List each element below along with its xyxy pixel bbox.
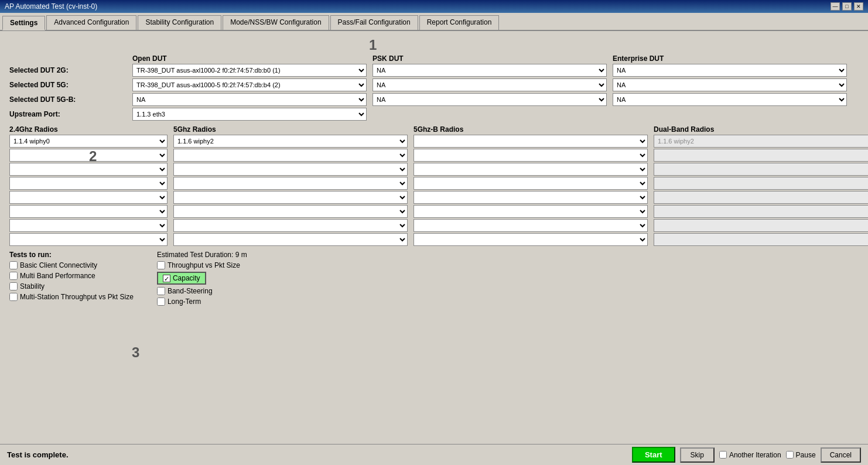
title-bar: AP Automated Test (cv-inst-0) — □ ✕: [0, 0, 868, 13]
radio-24-select-1[interactable]: 1.1.4 wiphy0: [9, 135, 168, 148]
test-multi-band-checkbox[interactable]: [9, 272, 18, 280]
test-basic-client-checkbox[interactable]: [9, 261, 18, 269]
radio-dual-select-6[interactable]: [654, 205, 868, 218]
tab-bar: Settings Advanced Configuration Stabilit…: [0, 13, 868, 31]
radio-dual-select-1[interactable]: 1.1.6 wiphy2: [654, 135, 868, 148]
radio-5b-select-1[interactable]: [414, 135, 648, 148]
psk-dut-2g-select[interactable]: NA: [373, 64, 607, 77]
open-dut-5gb-select[interactable]: NA: [132, 93, 367, 106]
maximize-button[interactable]: □: [842, 2, 852, 11]
main-content: 1 Open DUT PSK DUT Enterprise DUT Select…: [0, 31, 868, 312]
open-dut-2g-select[interactable]: TR-398_DUT asus-axl1000-2 f0:2f:74:57:db…: [132, 64, 367, 77]
test-throughput-label: Throughput vs Pkt Size: [168, 261, 240, 269]
radio-dual-select-4[interactable]: [654, 177, 868, 190]
test-long-term-checkbox[interactable]: [157, 298, 165, 306]
radio-5-select-7[interactable]: [173, 219, 408, 232]
radio-5-select-6[interactable]: [173, 205, 408, 218]
pause-label[interactable]: Pause: [786, 451, 816, 459]
status-text: Test is complete.: [7, 450, 627, 459]
open-dut-5g-select[interactable]: TR-398_DUT asus-axl1000-5 f0:2f:74:57:db…: [132, 78, 367, 91]
estimated-duration: Estimated Test Duration: 9 m: [157, 251, 247, 259]
another-iteration-label[interactable]: Another Iteration: [719, 451, 781, 459]
capacity-button[interactable]: ✓ Capacity: [157, 272, 206, 285]
another-iteration-checkbox[interactable]: [719, 451, 727, 459]
upstream-select[interactable]: 1.1.3 eth3: [132, 108, 367, 121]
test-stability-checkbox[interactable]: [9, 282, 18, 290]
radio-24-select-4[interactable]: [9, 177, 168, 190]
radio-5b-select-8[interactable]: [414, 233, 648, 246]
dut-empty-header: [9, 54, 127, 63]
capacity-label: Capacity: [173, 274, 200, 282]
radio-dual-select-7[interactable]: [654, 219, 868, 232]
test-long-term[interactable]: Long-Term: [157, 298, 247, 306]
psk-dut-5g-select[interactable]: NA: [373, 78, 607, 91]
upstream-row: Upstream Port: 1.1.3 eth3: [9, 108, 859, 121]
dut-5gb-label: Selected DUT 5G-B:: [9, 95, 127, 104]
radio-24-header: 2.4Ghz Radios: [9, 125, 168, 134]
radio-24-select-6[interactable]: [9, 205, 168, 218]
start-button[interactable]: Start: [632, 447, 675, 463]
dut-row-5g: Selected DUT 5G: TR-398_DUT asus-axl1000…: [9, 78, 859, 91]
test-band-steering-label: Band-Steering: [168, 287, 213, 295]
radio-5-select-2[interactable]: [173, 149, 408, 162]
cancel-button[interactable]: Cancel: [821, 447, 861, 463]
bottom-bar: Test is complete. Start Skip Another Ite…: [0, 444, 868, 465]
pause-checkbox[interactable]: [786, 451, 794, 459]
section-3-badge: 3: [132, 344, 139, 361]
radio-headers: 2.4Ghz Radios 5Ghz Radios 5Ghz-B Radios …: [9, 125, 859, 134]
test-multi-station[interactable]: Multi-Station Throughput vs Pkt Size: [9, 293, 134, 301]
tab-report-configuration[interactable]: Report Configuration: [419, 15, 500, 30]
test-stability[interactable]: Stability: [9, 282, 134, 290]
radio-dual-select-5[interactable]: [654, 191, 868, 204]
radio-24-select-5[interactable]: [9, 191, 168, 204]
enterprise-dut-5g-select[interactable]: NA: [613, 78, 847, 91]
enterprise-dut-2g-select[interactable]: NA: [613, 64, 847, 77]
radio-dual-select-8[interactable]: [654, 233, 868, 246]
enterprise-dut-5gb-select[interactable]: NA: [613, 93, 847, 106]
test-band-steering[interactable]: Band-Steering: [157, 287, 247, 295]
test-multi-station-checkbox[interactable]: [9, 293, 18, 301]
tab-stability-configuration[interactable]: Stability Configuration: [138, 15, 221, 30]
radio-5b-select-6[interactable]: [414, 205, 648, 218]
radio-row-3: [9, 163, 859, 176]
radio-5b-header: 5Ghz-B Radios: [414, 125, 648, 134]
close-button[interactable]: ✕: [854, 2, 863, 11]
radio-24-select-2[interactable]: [9, 149, 168, 162]
test-capacity-row: ✓ Capacity: [157, 272, 247, 285]
radio-24-select-8[interactable]: [9, 233, 168, 246]
radio-5b-select-3[interactable]: [414, 163, 648, 176]
psk-dut-5gb-select[interactable]: NA: [373, 93, 607, 106]
radio-row-4: [9, 177, 859, 190]
tab-mode-nss-bw[interactable]: Mode/NSS/BW Configuration: [223, 15, 329, 30]
radio-5b-select-4[interactable]: [414, 177, 648, 190]
test-throughput-checkbox[interactable]: [157, 261, 165, 269]
radio-5b-select-7[interactable]: [414, 219, 648, 232]
test-band-steering-checkbox[interactable]: [157, 287, 165, 295]
radio-dual-select-3[interactable]: [654, 163, 868, 176]
test-multi-station-label: Multi-Station Throughput vs Pkt Size: [20, 293, 134, 301]
tab-settings[interactable]: Settings: [2, 16, 45, 30]
skip-button[interactable]: Skip: [680, 447, 715, 463]
test-throughput[interactable]: Throughput vs Pkt Size: [157, 261, 247, 269]
radio-24-select-7[interactable]: [9, 219, 168, 232]
tab-advanced-configuration[interactable]: Advanced Configuration: [46, 15, 136, 30]
open-dut-header: Open DUT: [132, 54, 367, 63]
test-long-term-label: Long-Term: [168, 298, 201, 306]
test-basic-client[interactable]: Basic Client Connectivity: [9, 261, 134, 269]
window-controls: — □ ✕: [831, 2, 863, 11]
radio-24-select-3[interactable]: [9, 163, 168, 176]
radio-5b-select-5[interactable]: [414, 191, 648, 204]
tab-pass-fail[interactable]: Pass/Fail Configuration: [330, 15, 418, 30]
another-iteration-text: Another Iteration: [729, 451, 781, 459]
radio-5b-select-2[interactable]: [414, 149, 648, 162]
radio-5-select-1[interactable]: 1.1.6 wiphy2: [173, 135, 408, 148]
radio-dual-select-2[interactable]: [654, 149, 868, 162]
radio-5-select-4[interactable]: [173, 177, 408, 190]
test-multi-band[interactable]: Multi Band Performance: [9, 272, 134, 280]
minimize-button[interactable]: —: [831, 2, 840, 11]
radio-row-1: 1.1.4 wiphy0 1.1.6 wiphy2 1.1.6 wiphy2: [9, 135, 859, 148]
radio-5-select-5[interactable]: [173, 191, 408, 204]
radio-5-select-8[interactable]: [173, 233, 408, 246]
upstream-label: Upstream Port:: [9, 110, 127, 118]
radio-5-select-3[interactable]: [173, 163, 408, 176]
